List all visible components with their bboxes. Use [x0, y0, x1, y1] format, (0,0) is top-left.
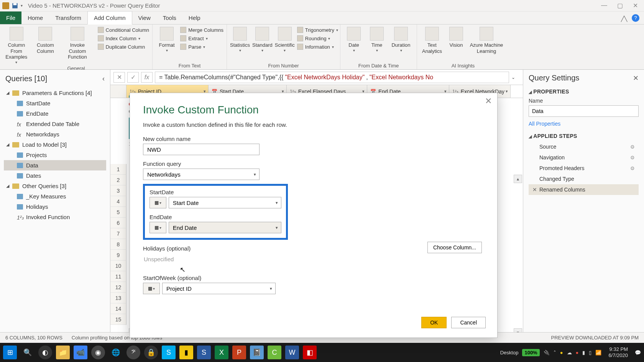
startofweek-type-picker[interactable]: ▦ ▾ [143, 283, 160, 294]
search-icon[interactable]: 🔍 [21, 346, 34, 359]
query-item[interactable]: fxNetworkdays [4, 129, 106, 139]
query-item[interactable]: Dates [4, 170, 106, 181]
file-tab[interactable]: File [0, 11, 21, 24]
close-settings-button[interactable]: ✕ [633, 74, 639, 82]
powerbi-icon[interactable]: ▮ [179, 346, 193, 359]
enddate-type-picker[interactable]: ▦ ▾ [150, 222, 166, 233]
applied-step[interactable]: Navigation⚙ [529, 152, 639, 163]
custom-column-button[interactable]: Custom Column [32, 27, 59, 54]
row-number[interactable]: 11 [110, 271, 127, 282]
app-icon-4[interactable]: 🔒 [144, 346, 158, 359]
scroll-up-button[interactable]: ▴ [514, 175, 522, 183]
row-number[interactable]: 8 [110, 239, 127, 250]
statistics-button[interactable]: Statistics▾ [230, 27, 250, 53]
tray-icon-6[interactable]: ▯ [589, 350, 591, 355]
tab-home[interactable]: Home [21, 11, 49, 24]
chrome-icon[interactable]: 🌐 [109, 346, 123, 359]
query-item[interactable]: Holidays [4, 201, 106, 212]
query-group[interactable]: ◢Other Queries [3] [4, 181, 106, 191]
row-number[interactable]: 4 [110, 196, 127, 207]
invoke-custom-function-button[interactable]: Invoke Custom Function [61, 27, 94, 60]
tab-add-column[interactable]: Add Column [87, 11, 132, 25]
query-item[interactable]: 1²₃Invoked Function [4, 212, 106, 222]
tab-help[interactable]: Help [182, 11, 207, 24]
startdate-select[interactable]: Start Date▾ [169, 197, 281, 208]
standard-button[interactable]: Standard▾ [252, 27, 273, 53]
collapse-queries-icon[interactable]: ‹ [102, 75, 105, 83]
row-number[interactable]: 3 [110, 185, 127, 196]
expand-formula-icon[interactable]: ⌄ [511, 75, 520, 80]
applied-steps-header[interactable]: APPLIED STEPS [533, 133, 577, 139]
app-icon-1[interactable]: ◐ [38, 346, 52, 359]
query-item[interactable]: fxExtended Date Table [4, 119, 106, 129]
notifications-icon[interactable]: 💬 [635, 350, 641, 355]
ok-button[interactable]: OK [421, 317, 447, 328]
tray-icon-3[interactable]: ☁ [567, 350, 572, 355]
rounding-button[interactable]: Rounding ▾ [297, 35, 338, 41]
query-name-input[interactable] [529, 105, 639, 117]
row-number[interactable]: 10 [110, 260, 127, 271]
row-number[interactable]: 2 [110, 175, 127, 185]
file-explorer-icon[interactable]: 📁 [56, 346, 70, 359]
row-number[interactable]: 15 [110, 314, 127, 325]
clock[interactable]: 9:32 PM 6/7/2020 [605, 346, 631, 358]
date-button[interactable]: Date▾ [343, 27, 364, 53]
snagit-icon[interactable]: S [197, 346, 211, 359]
skype-icon[interactable]: S [162, 346, 176, 359]
query-item[interactable]: StartDate [4, 98, 106, 108]
applied-step[interactable]: Source⚙ [529, 141, 639, 152]
powerpoint-icon[interactable]: P [232, 346, 246, 359]
collapse-ribbon-icon[interactable]: ╱╲ [616, 13, 632, 24]
column-from-examples-button[interactable]: Column From Examples▾ [3, 27, 30, 65]
information-button[interactable]: Information ▾ [297, 44, 338, 50]
time-button[interactable]: Time▾ [366, 27, 387, 53]
choose-column-button[interactable]: Choose Column... [427, 242, 482, 253]
azure-ml-button[interactable]: Azure Machine Learning [468, 27, 504, 54]
row-number[interactable]: 13 [110, 293, 127, 303]
tray-icon[interactable]: 🔌 [544, 350, 550, 355]
tray-icon-4[interactable]: ● [576, 350, 579, 355]
tray-icon-2[interactable]: ● [560, 350, 563, 355]
start-button[interactable]: ⊞ [3, 346, 17, 359]
app-icon-2[interactable]: ◉ [91, 346, 105, 359]
save-icon[interactable] [12, 2, 18, 9]
scientific-button[interactable]: Scientific▾ [275, 27, 295, 53]
tab-transform[interactable]: Transform [49, 11, 87, 24]
properties-header[interactable]: PROPERTIES [533, 88, 569, 95]
tray-chevron-icon[interactable]: ˄ [554, 350, 556, 355]
row-number[interactable]: 5 [110, 207, 127, 218]
battery-indicator[interactable]: 100% [522, 349, 539, 356]
app-icon-6[interactable]: ◧ [303, 346, 317, 359]
minimize-button[interactable]: — [601, 2, 607, 9]
query-item[interactable]: _Key Measures [4, 191, 106, 201]
app-icon-3[interactable]: 𝄢 [127, 346, 140, 359]
new-column-name-input[interactable] [143, 144, 260, 155]
camtasia-icon[interactable]: C [268, 346, 281, 359]
query-item[interactable]: Data [4, 160, 106, 170]
cancel-button[interactable]: Cancel [451, 317, 486, 328]
function-query-select[interactable]: Networkdays▾ [143, 169, 260, 180]
tab-tools[interactable]: Tools [157, 11, 182, 24]
word-icon[interactable]: W [285, 346, 299, 359]
row-number[interactable]: 7 [110, 228, 127, 239]
all-properties-link[interactable]: All Properties [529, 121, 560, 127]
dialog-close-button[interactable]: ✕ [485, 96, 492, 106]
holidays-select[interactable]: Unspecified [143, 253, 260, 265]
conditional-column-button[interactable]: Conditional Column [98, 27, 149, 33]
query-item[interactable]: EndDate [4, 108, 106, 119]
text-analytics-button[interactable]: Text Analytics [420, 27, 444, 54]
query-item[interactable]: Projects [4, 150, 106, 160]
applied-step[interactable]: Promoted Headers⚙ [529, 163, 639, 174]
tab-view[interactable]: View [132, 11, 157, 24]
accept-formula-button[interactable]: ✓ [127, 72, 139, 83]
trigonometry-button[interactable]: Trigonometry ▾ [297, 27, 338, 33]
startdate-type-picker[interactable]: ▦ ▾ [150, 197, 166, 208]
app-icon-5[interactable]: 📓 [250, 346, 264, 359]
duplicate-column-button[interactable]: Duplicate Column [98, 44, 149, 50]
row-number[interactable]: 14 [110, 303, 127, 314]
duration-button[interactable]: Duration▾ [389, 27, 412, 53]
row-number[interactable]: 6 [110, 218, 127, 228]
cancel-formula-button[interactable]: ✕ [113, 72, 125, 83]
row-number[interactable]: 12 [110, 282, 127, 293]
tray-icon-5[interactable]: ▮ [582, 350, 585, 355]
